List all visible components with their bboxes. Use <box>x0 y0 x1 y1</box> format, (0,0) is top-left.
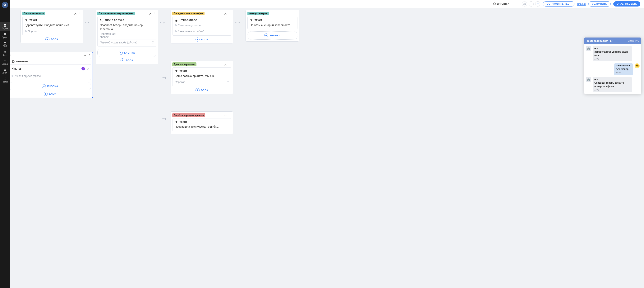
connection-icon[interactable] <box>224 114 227 117</box>
card-text[interactable]: ТЕКСТ Произошла техническая ошибк... <box>172 118 231 131</box>
text-icon <box>175 120 178 124</box>
sidebar-item-label: Сцена <box>2 27 8 29</box>
svg-point-32 <box>86 56 86 56</box>
transition-row[interactable]: Переход <box>175 80 229 84</box>
sidebar-item-label: Диал <box>2 72 7 74</box>
plus-icon: + <box>46 37 50 41</box>
more-icon[interactable] <box>88 54 91 56</box>
connector-arrow <box>160 20 165 25</box>
block-done[interactable]: Данные переданы ТЕКСТ Ваша заявка принят… <box>170 61 233 94</box>
svg-point-42 <box>230 65 230 65</box>
add-button-button[interactable]: +КНОПКА <box>248 31 298 40</box>
more-icon[interactable] <box>229 63 231 66</box>
svg-point-23 <box>155 13 155 13</box>
svg-point-15 <box>74 14 75 14</box>
svg-point-44 <box>226 116 226 116</box>
app-logo[interactable] <box>2 2 8 8</box>
connection-icon[interactable] <box>149 12 152 15</box>
port-icon <box>175 30 177 32</box>
text-icon <box>250 19 253 22</box>
add-block-button[interactable]: +БЛОК <box>10 92 91 96</box>
port-icon <box>25 30 27 32</box>
svg-point-47 <box>230 116 230 116</box>
svg-point-31 <box>84 56 84 56</box>
connection-icon[interactable] <box>224 63 227 66</box>
block-ask-phone[interactable]: Спрашиваем номер телефона PHONE TO $VAR … <box>96 10 158 64</box>
transition-success[interactable]: Завершен успешно <box>175 23 229 27</box>
card-http[interactable]: HTTP-ЗАПРОС Завершен успешно Завершен с … <box>172 17 231 36</box>
block-title: Спрашиваем номер телефона <box>97 12 135 15</box>
block-end[interactable]: Конец сценария ТЕКСТ На этом сценарий за… <box>246 10 299 41</box>
svg-point-0 <box>4 4 5 5</box>
sidebar: Сцена Сущно FAQ Кана Статис Диал Настро <box>0 0 10 134</box>
block-title: Передаем имя и телефон <box>172 12 204 15</box>
connector-arrow <box>84 20 90 25</box>
svg-point-41 <box>230 64 230 64</box>
card-body: Здравствуйте! Введите ваше имя <box>25 23 79 27</box>
card-phone[interactable]: PHONE TO $VAR Спасибо! Теперь введите но… <box>97 17 156 47</box>
svg-point-18 <box>80 13 80 13</box>
svg-rect-2 <box>5 24 6 25</box>
port-icon <box>12 75 14 77</box>
connector-arrow <box>162 117 167 121</box>
more-icon[interactable] <box>229 12 231 15</box>
svg-point-45 <box>230 114 230 115</box>
svg-rect-3 <box>4 25 5 26</box>
block-ask-name[interactable]: Спрашиваем имя ТЕКСТ Здравствуйте! Введи… <box>20 10 83 43</box>
sidebar-item-channels[interactable]: Кана <box>0 49 10 58</box>
topbar: СПРАВКА 1:1 + − ОСТАНОВИТЬ ТЕСТ Версии С… <box>10 0 300 8</box>
intent-other[interactable]: Любая другая фраза <box>12 74 88 78</box>
sidebar-item-settings[interactable]: Настро <box>0 76 10 84</box>
plus-icon: + <box>264 33 268 37</box>
svg-point-16 <box>76 14 76 14</box>
intents-icon <box>12 60 15 63</box>
lock-icon <box>175 19 178 22</box>
sidebar-item-stats[interactable]: Статис <box>0 58 10 67</box>
card-text[interactable]: ТЕКСТ Здравствуйте! Введите ваше имя Пер… <box>22 17 81 35</box>
card-text[interactable]: ТЕКСТ Ваша заявка принята. Мы с в... Пер… <box>172 67 231 86</box>
transition-row[interactable]: Переход <box>25 29 79 33</box>
add-block-button[interactable]: +БЛОК <box>97 58 156 62</box>
plus-icon: + <box>196 37 200 41</box>
card-text[interactable]: ТЕКСТ На этом сценарий завершаетс... <box>248 17 298 29</box>
svg-rect-10 <box>4 69 6 70</box>
connection-icon[interactable] <box>84 54 86 56</box>
card-intents[interactable]: ИНТЕНТЫ Имена Любая другая фраза <box>10 58 91 80</box>
block-intents[interactable]: ИНТЕНТЫ Имена Любая другая фраза +КНОПКА… <box>10 52 93 98</box>
plus-icon: + <box>42 84 46 88</box>
add-button-button[interactable]: +КНОПКА <box>10 82 91 90</box>
card-body: Произошла техническая ошибк... <box>175 125 229 129</box>
more-icon[interactable] <box>229 114 231 117</box>
sidebar-item-label: Настро <box>2 81 8 83</box>
port-icon <box>152 41 154 43</box>
svg-point-26 <box>226 14 226 14</box>
svg-point-34 <box>89 55 90 55</box>
block-title-input[interactable] <box>10 54 24 57</box>
svg-point-38 <box>224 65 225 65</box>
transition-after[interactable]: Переход после ввода $phone2 <box>100 40 154 45</box>
transition-error[interactable]: Завершен с ошибкой <box>175 29 229 33</box>
block-title: Конец сценария <box>248 12 269 15</box>
intent-item[interactable]: Имена <box>12 65 88 72</box>
card-body: Спасибо! Теперь введите номер телефона <box>100 23 154 31</box>
sidebar-item-entities[interactable]: Сущно <box>0 31 10 40</box>
svg-point-20 <box>149 14 150 14</box>
sidebar-item-dialogs[interactable]: Диал <box>0 67 10 75</box>
plus-icon: + <box>196 88 200 92</box>
add-block-button[interactable]: +БЛОК <box>172 37 231 41</box>
more-icon[interactable] <box>78 12 81 15</box>
sidebar-item-scenario[interactable]: Сцена <box>0 22 10 31</box>
port-icon[interactable] <box>87 68 88 70</box>
more-icon[interactable] <box>154 12 156 15</box>
block-send[interactable]: Передаем имя и телефон HTTP-ЗАПРОС Завер… <box>170 10 233 43</box>
add-block-button[interactable]: +БЛОК <box>22 37 81 41</box>
svg-point-24 <box>155 14 155 14</box>
canvas[interactable]: Спрашиваем имя ТЕКСТ Здравствуйте! Введи… <box>10 8 300 134</box>
block-title: Спрашиваем имя <box>22 12 45 15</box>
connection-icon[interactable] <box>74 12 77 15</box>
add-button-button[interactable]: +КНОПКА <box>97 49 156 57</box>
block-error[interactable]: Ошибка передачи данных ТЕКСТ Произошла т… <box>170 111 233 134</box>
connection-icon[interactable] <box>224 12 227 15</box>
add-block-button[interactable]: +БЛОК <box>172 88 231 92</box>
sidebar-item-faq[interactable]: FAQ <box>0 40 10 49</box>
